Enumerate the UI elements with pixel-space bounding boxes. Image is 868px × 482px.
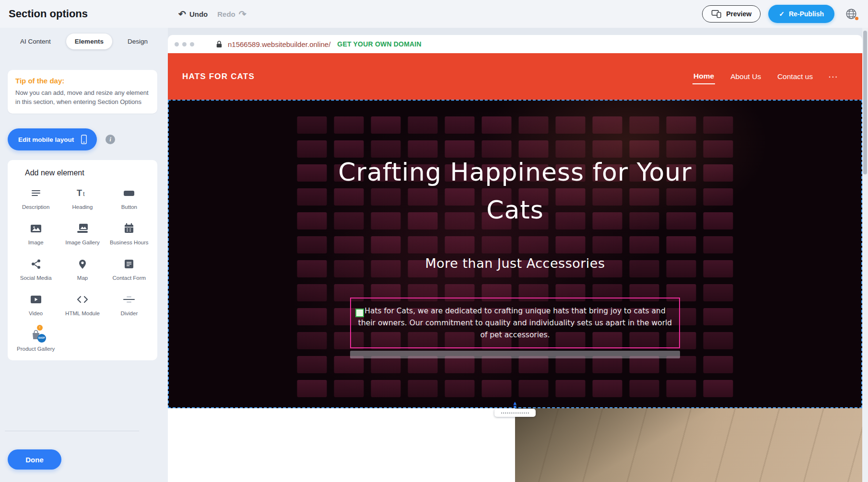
hero-section[interactable]: Crafting Happiness for Your Cats More th…	[168, 100, 862, 408]
republish-button[interactable]: ✓ Re-Publish	[768, 5, 834, 23]
notification-dot	[855, 17, 858, 20]
get-domain-link[interactable]: GET YOUR OWN DOMAIN	[337, 40, 421, 48]
sidebar-tabs: AI Content Elements Design	[12, 34, 156, 49]
undo-label: Undo	[189, 10, 208, 18]
sidebar-divider	[5, 431, 139, 431]
page-title: Section options	[9, 8, 88, 20]
phone-icon	[80, 134, 88, 145]
heading-icon: Tt	[75, 186, 90, 200]
mobile-layout-row: Edit mobile layout i	[8, 128, 115, 150]
add-element-title: Add new element	[12, 169, 152, 177]
svg-text:t: t	[83, 190, 85, 197]
undo-button[interactable]: ↶ Undo	[178, 9, 208, 20]
social-media-icon	[29, 257, 43, 271]
section-resize-handle[interactable]: ▲▼	[494, 401, 536, 417]
edit-mobile-layout-button[interactable]: Edit mobile layout	[8, 128, 97, 150]
preview-button[interactable]: Preview	[702, 5, 761, 23]
undo-icon: ↶	[178, 9, 186, 20]
element-image[interactable]: Image	[15, 221, 57, 246]
undo-redo-group: ↶ Undo Redo ↷	[178, 0, 246, 28]
resize-arrows-icon: ▲▼	[513, 401, 518, 409]
html-module-icon	[75, 292, 90, 307]
element-business-hours[interactable]: Business Hours	[108, 221, 150, 246]
editor-canvas: n1566589.websitebuilder.online/ GET YOUR…	[168, 28, 862, 482]
scrollbar-thumb[interactable]	[863, 31, 867, 174]
image-gallery-icon	[75, 221, 90, 236]
element-image-gallery[interactable]: Image Gallery	[61, 221, 104, 246]
language-globe-button[interactable]	[842, 5, 860, 23]
image-icon	[29, 221, 43, 236]
lock-icon	[215, 40, 223, 48]
description-icon	[29, 186, 43, 200]
element-contact-form[interactable]: Contact Form	[108, 257, 150, 282]
element-button[interactable]: Button	[108, 186, 150, 211]
site-header[interactable]: HATS FOR CATS Home About Us Contact us ⋯	[168, 53, 862, 100]
check-icon: ✓	[779, 10, 785, 18]
element-video[interactable]: Video	[15, 292, 57, 317]
nav-contact-us[interactable]: Contact us	[776, 69, 814, 84]
element-grid: Description Tt Heading Button Image	[12, 186, 152, 353]
redo-label: Redo	[217, 10, 235, 18]
next-section[interactable]	[168, 408, 862, 482]
site-logo[interactable]: HATS FOR CATS	[182, 72, 255, 81]
product-gallery-icon: ↑ SHOP	[29, 328, 43, 342]
preview-icon	[711, 10, 722, 18]
add-element-panel: Add new element Description Tt Heading B…	[8, 160, 157, 360]
element-social-media[interactable]: Social Media	[15, 257, 57, 282]
nav-home[interactable]: Home	[692, 69, 715, 84]
element-heading[interactable]: Tt Heading	[61, 186, 104, 211]
redo-button[interactable]: Redo ↷	[217, 9, 246, 20]
video-icon	[29, 292, 43, 307]
nav-about-us[interactable]: About Us	[729, 69, 762, 84]
product-gallery-shop-badge: SHOP	[37, 334, 46, 343]
hero-paragraph[interactable]: Hats for Cats, we are dedicated to craft…	[358, 305, 672, 341]
section-options-sidebar: AI Content Elements Design Tip of the da…	[0, 28, 168, 482]
divider-icon	[122, 292, 136, 307]
tip-heading: Tip of the day:	[15, 77, 150, 85]
element-product-gallery[interactable]: ↑ SHOP Product Gallery	[15, 328, 57, 353]
browser-chrome-bar: n1566589.websitebuilder.online/ GET YOUR…	[168, 35, 862, 53]
element-html-module[interactable]: HTML Module	[61, 292, 104, 317]
site-url[interactable]: n1566589.websitebuilder.online/	[228, 40, 330, 48]
site-preview: HATS FOR CATS Home About Us Contact us ⋯…	[168, 53, 862, 482]
preview-label: Preview	[726, 10, 751, 18]
hero-content: Crafting Happiness for Your Cats More th…	[168, 100, 862, 408]
element-divider[interactable]: Divider	[108, 292, 150, 317]
topbar-actions: Preview ✓ Re-Publish	[702, 0, 860, 28]
nav-more-icon[interactable]: ⋯	[828, 71, 838, 82]
tab-ai-content[interactable]: AI Content	[12, 34, 59, 49]
hero-subheading[interactable]: More than Just Accessories	[425, 256, 605, 271]
tab-elements[interactable]: Elements	[66, 34, 112, 49]
business-hours-icon	[122, 221, 136, 236]
redo-icon: ↷	[239, 9, 246, 20]
republish-label: Re-Publish	[789, 10, 824, 18]
top-bar: Section options ↶ Undo Redo ↷ Preview ✓ …	[0, 0, 868, 28]
element-drag-handle[interactable]	[355, 309, 364, 317]
element-description[interactable]: Description	[15, 186, 57, 211]
window-dots	[175, 42, 194, 46]
edit-mobile-label: Edit mobile layout	[18, 136, 74, 143]
pavement-photo	[515, 408, 862, 482]
info-icon[interactable]: i	[106, 135, 115, 144]
element-placeholder-bar	[350, 351, 680, 358]
svg-text:T: T	[77, 188, 82, 198]
element-map[interactable]: Map	[61, 257, 104, 282]
resize-pill	[494, 409, 536, 417]
button-icon	[122, 186, 136, 200]
tip-body: Now you can add, move and resize any ele…	[15, 89, 150, 107]
done-button[interactable]: Done	[8, 449, 61, 470]
map-icon	[75, 257, 90, 271]
site-nav: Home About Us Contact us ⋯	[692, 53, 838, 100]
selected-text-element[interactable]: Hats for Cats, we are dedicated to craft…	[350, 298, 680, 348]
tip-of-the-day-card: Tip of the day: Now you can add, move an…	[8, 70, 157, 114]
hero-heading[interactable]: Crafting Happiness for Your Cats	[328, 153, 702, 229]
contact-form-icon	[122, 257, 136, 271]
product-gallery-plus-badge: ↑	[37, 325, 43, 331]
page-scrollbar	[862, 28, 868, 482]
tab-design[interactable]: Design	[119, 34, 156, 49]
